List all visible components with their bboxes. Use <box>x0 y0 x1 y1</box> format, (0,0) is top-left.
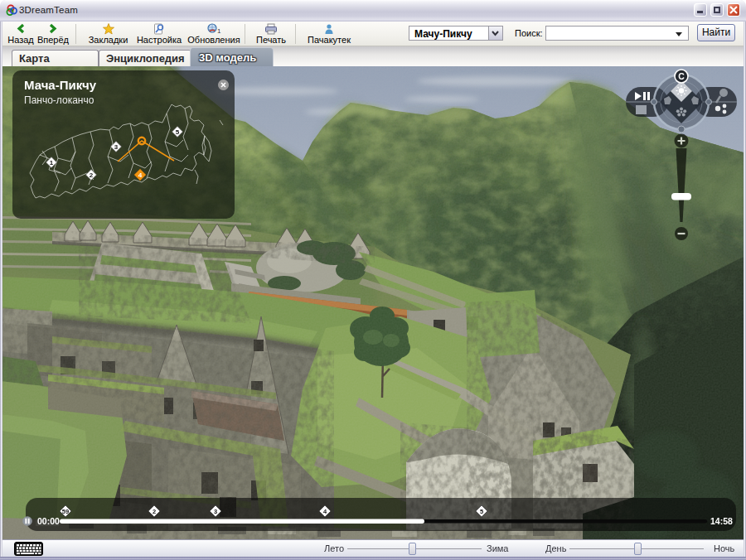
svg-text:3: 3 <box>114 143 119 151</box>
svg-text:4: 4 <box>138 171 143 179</box>
svg-text:14:58: 14:58 <box>710 516 733 526</box>
svg-text:59: 59 <box>62 508 69 515</box>
svg-text:3: 3 <box>214 508 217 515</box>
svg-text:5: 5 <box>176 128 180 136</box>
svg-text:00:00: 00:00 <box>37 516 60 526</box>
svg-text:C: C <box>678 71 685 81</box>
svg-text:2: 2 <box>90 171 94 179</box>
svg-text:1: 1 <box>217 27 221 35</box>
svg-text:5: 5 <box>480 508 483 515</box>
svg-text:2: 2 <box>153 508 156 515</box>
svg-text:1: 1 <box>50 159 54 167</box>
